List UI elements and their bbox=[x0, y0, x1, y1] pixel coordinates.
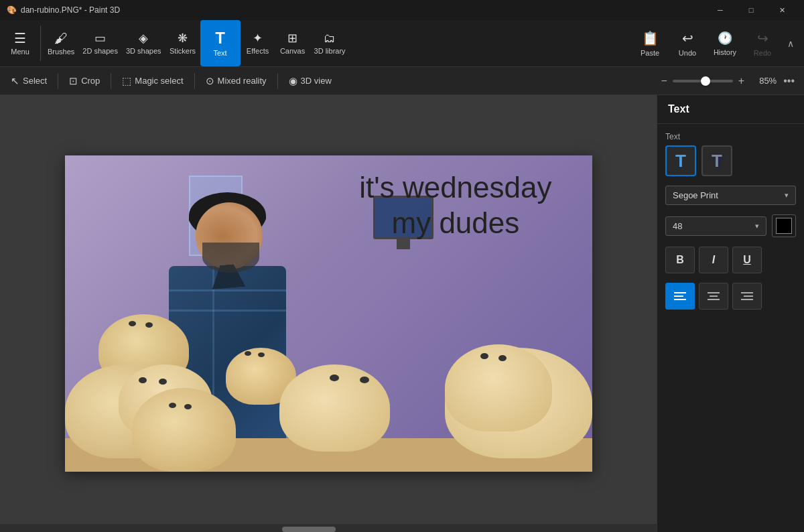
zoom-in-button[interactable]: + bbox=[737, 74, 746, 88]
text-tool-label: Text bbox=[213, 49, 226, 57]
zoom-value: 85% bbox=[750, 76, 777, 86]
ribbon-effects[interactable]: ✦ Effects bbox=[241, 20, 275, 66]
font-size-dropdown[interactable]: 48 ▾ bbox=[665, 216, 766, 236]
italic-button[interactable]: I bbox=[699, 247, 728, 273]
ribbon-separator-1 bbox=[40, 25, 41, 61]
3d-view-button[interactable]: ◉ 3D view bbox=[283, 72, 337, 90]
horizontal-scrollbar[interactable] bbox=[0, 524, 657, 532]
ribbon-2dshapes[interactable]: ▭ 2D shapes bbox=[78, 20, 122, 66]
alignment-row bbox=[665, 283, 796, 310]
magic-select-label: Magic select bbox=[135, 76, 183, 86]
font-dropdown-arrow: ▾ bbox=[785, 191, 789, 200]
svg-rect-7 bbox=[744, 295, 753, 297]
minimize-button[interactable]: ─ bbox=[705, 0, 736, 20]
undo-icon: ↩ bbox=[682, 30, 693, 46]
svg-rect-6 bbox=[741, 292, 753, 293]
mixed-reality-button[interactable]: ⊙ Mixed reality bbox=[200, 72, 272, 90]
3d-text-icon: T bbox=[712, 151, 722, 172]
2dshapes-label: 2D shapes bbox=[82, 47, 118, 55]
font-dropdown[interactable]: Segoe Print ▾ bbox=[665, 186, 796, 205]
align-center-button[interactable] bbox=[699, 283, 728, 310]
scrollbar-thumb[interactable] bbox=[282, 527, 336, 532]
3dlibrary-icon: 🗂 bbox=[324, 32, 336, 44]
3d-view-icon: ◉ bbox=[289, 75, 297, 87]
svg-rect-3 bbox=[708, 292, 720, 293]
ribbon-text[interactable]: T Text bbox=[200, 20, 241, 66]
window-controls: ─ □ ✕ bbox=[705, 0, 797, 20]
text-section-label: Text bbox=[665, 132, 796, 141]
text-tool-icon: T bbox=[215, 30, 225, 46]
more-options-button[interactable]: ••• bbox=[779, 72, 799, 90]
redo-label: Redo bbox=[754, 49, 771, 57]
magic-select-button[interactable]: ⬚ Magic select bbox=[117, 72, 188, 90]
shirt-pattern-h1 bbox=[169, 289, 286, 291]
bold-button[interactable]: B bbox=[665, 247, 695, 273]
3d-text-button[interactable]: T bbox=[701, 145, 732, 176]
zoom-out-button[interactable]: − bbox=[660, 74, 669, 88]
frog-left-eye-1 bbox=[139, 377, 147, 383]
history-button[interactable]: 🕐 History bbox=[708, 28, 742, 59]
close-button[interactable]: ✕ bbox=[766, 0, 797, 20]
color-swatch-inner bbox=[776, 218, 792, 234]
maximize-button[interactable]: □ bbox=[736, 0, 766, 20]
window-title: dan-rubino.PNG* - Paint 3D bbox=[17, 5, 705, 15]
flat-text-icon: T bbox=[675, 151, 686, 172]
stickers-icon: ❋ bbox=[178, 32, 188, 44]
align-left-icon bbox=[673, 289, 687, 303]
undo-button[interactable]: ↩ Undo bbox=[670, 27, 705, 60]
font-size-arrow: ▾ bbox=[755, 222, 759, 230]
crop-tool-button[interactable]: ⊡ Crop bbox=[64, 72, 105, 90]
flat-text-button[interactable]: T bbox=[665, 145, 696, 176]
crop-icon: ⊡ bbox=[69, 75, 78, 87]
main-area: it's wednesday my dudes bbox=[0, 95, 804, 532]
menu-button[interactable]: ☰ Menu bbox=[3, 20, 38, 66]
svg-rect-8 bbox=[741, 299, 753, 300]
effects-label: Effects bbox=[247, 47, 269, 55]
ribbon-3dlibrary[interactable]: 🗂 3D library bbox=[310, 20, 350, 66]
zoom-slider[interactable] bbox=[673, 80, 733, 82]
ribbon-collapse-button[interactable]: ∧ bbox=[783, 36, 799, 52]
paste-button[interactable]: 📋 Paste bbox=[632, 27, 667, 60]
ribbon-right-actions: 📋 Paste ↩ Undo 🕐 History ↪ Redo ∧ bbox=[632, 20, 801, 66]
frog-bottom-1 bbox=[132, 388, 236, 472]
zoom-slider-thumb bbox=[701, 76, 710, 86]
font-name: Segoe Print bbox=[673, 190, 718, 200]
ribbon-3dshapes[interactable]: ◈ 3D shapes bbox=[122, 20, 165, 66]
menu-icon: ☰ bbox=[14, 31, 26, 45]
3dlibrary-label: 3D library bbox=[314, 47, 346, 55]
frog-right-2-eye-2 bbox=[498, 355, 507, 361]
frog-right-2-eye-1 bbox=[480, 353, 488, 359]
frog-eye-2 bbox=[360, 377, 369, 383]
frog-small-eye-1 bbox=[245, 351, 251, 356]
crop-label: Crop bbox=[81, 76, 100, 86]
mixed-reality-icon: ⊙ bbox=[206, 75, 214, 87]
canvas-label: Canvas bbox=[280, 47, 305, 55]
ribbon-brushes[interactable]: 🖌 Brushes bbox=[44, 20, 78, 66]
redo-icon: ↪ bbox=[757, 30, 768, 46]
svg-rect-1 bbox=[674, 295, 683, 297]
select-tool-button[interactable]: ↖ Select bbox=[5, 72, 52, 90]
svg-rect-0 bbox=[674, 292, 686, 293]
underline-button[interactable]: U bbox=[732, 247, 762, 273]
align-right-button[interactable] bbox=[732, 283, 762, 310]
canvas-area[interactable]: it's wednesday my dudes bbox=[0, 95, 657, 532]
brushes-label: Brushes bbox=[48, 48, 74, 56]
align-left-button[interactable] bbox=[665, 283, 695, 310]
toolbar-separator-2 bbox=[111, 73, 111, 89]
history-icon: 🕐 bbox=[718, 31, 732, 46]
color-picker[interactable] bbox=[772, 214, 796, 237]
stickers-label: Stickers bbox=[170, 47, 196, 55]
ribbon-canvas[interactable]: ⊞ Canvas bbox=[275, 20, 310, 66]
redo-button[interactable]: ↪ Redo bbox=[745, 27, 780, 60]
3dshapes-icon: ◈ bbox=[139, 32, 148, 44]
app-icon: 🎨 bbox=[7, 5, 17, 15]
panel-content: Text T T Segoe Print ▾ bbox=[657, 124, 804, 318]
secondary-toolbar: ↖ Select ⊡ Crop ⬚ Magic select ⊙ Mixed r… bbox=[0, 67, 804, 95]
select-icon: ↖ bbox=[11, 75, 19, 87]
toolbar-separator-3 bbox=[194, 73, 195, 89]
font-section: Segoe Print ▾ bbox=[665, 186, 796, 205]
mixed-reality-label: Mixed reality bbox=[218, 76, 267, 86]
ribbon-stickers[interactable]: ❋ Stickers bbox=[165, 20, 200, 66]
svg-rect-2 bbox=[674, 299, 686, 300]
3d-view-label: 3D view bbox=[301, 76, 332, 86]
